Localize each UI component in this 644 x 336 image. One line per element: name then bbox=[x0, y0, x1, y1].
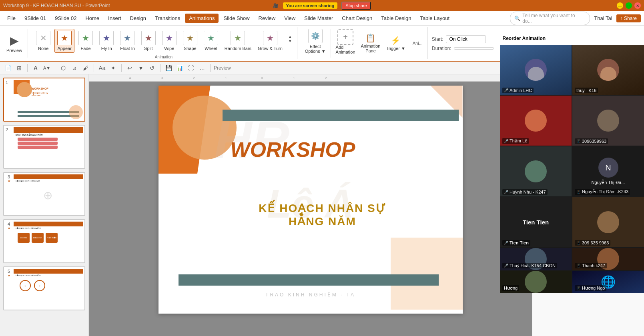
animation-pane-button[interactable]: 📋 AnimationPane bbox=[359, 27, 383, 59]
duration-label: Duration: bbox=[432, 46, 451, 51]
slide-thumb-3[interactable]: 3 ★ KẾ HOẠCH CHI PHÍ HÀNG NĂM ⊕ bbox=[3, 172, 85, 216]
slide-thumb-4[interactable]: 4 ★ KẾ HOẠCH CHI PHÍ TIỀN LƯƠNG DUY TRÌ … bbox=[3, 219, 85, 263]
split-label: Split bbox=[144, 46, 152, 51]
anim-split-button[interactable]: ★ Split bbox=[139, 29, 158, 52]
arrange-button[interactable]: ⊿ bbox=[70, 63, 79, 73]
ribbon-separator-2 bbox=[300, 29, 300, 58]
present-button[interactable]: 📊 bbox=[175, 63, 185, 73]
fade-icon: ★ bbox=[78, 31, 93, 45]
participant-label-6: Nguyễn Thị Đà... bbox=[590, 180, 627, 185]
menu-transitions[interactable]: Transitions bbox=[151, 14, 184, 23]
slide-canvas[interactable]: Lê Á HR WORKSHOP KẾ HOẠCH NHÂN SỰ HẰNG N… bbox=[158, 86, 463, 314]
more-animations-button[interactable]: ▲ ▼ ⋯ bbox=[287, 34, 294, 47]
video-grid: 🎤 Admin LHC thuy - K16 🎤 Thầm Lê 📱 30963… bbox=[500, 45, 644, 293]
search-box[interactable]: 🔍 Tell me what you want to do... bbox=[510, 12, 590, 25]
menu-9slide02[interactable]: 9Slide 02 bbox=[51, 14, 80, 23]
window-controls[interactable]: — □ ✕ bbox=[617, 2, 641, 9]
slide-layout-button[interactable]: ⊞ bbox=[14, 63, 24, 73]
split-icon: ★ bbox=[141, 31, 156, 45]
tientien-name: Tien Tien bbox=[523, 219, 549, 226]
stop-share-button[interactable]: Stop share bbox=[341, 2, 371, 10]
preview-label: Preview bbox=[6, 48, 22, 53]
more-label: ⋯ bbox=[288, 43, 292, 47]
add-animation-button[interactable]: + AddAnimation bbox=[333, 27, 358, 59]
menu-9slide01[interactable]: 9Slide 01 bbox=[20, 14, 50, 23]
participant-label-1: Admin LHC bbox=[510, 88, 532, 93]
anim-growturn-button[interactable]: ★ Grow & Turn bbox=[255, 29, 285, 52]
slide-preview-5: KẾ HOẠCH CHI PHÍ TIỀN LƯƠNG ⭮ ⭮ bbox=[14, 269, 83, 308]
advanced-anim-label: Ani... bbox=[413, 41, 423, 46]
preview-button[interactable]: ▶ Preview bbox=[3, 27, 25, 59]
menu-home[interactable]: Home bbox=[81, 14, 103, 23]
anim-fade-button[interactable]: ★ Fade bbox=[76, 29, 95, 52]
video-cell-7: Tien Tien 🎤 Tien Tien bbox=[500, 197, 572, 247]
menu-insert[interactable]: Insert bbox=[104, 14, 125, 23]
save-button[interactable]: 💾 bbox=[164, 63, 173, 73]
slide-number-1: 1 bbox=[6, 80, 12, 85]
anim-floatin-button[interactable]: ★ Float In bbox=[118, 29, 137, 52]
duration-value[interactable] bbox=[454, 47, 494, 50]
anim-wipe-button[interactable]: ★ Wipe bbox=[160, 29, 179, 52]
menu-animations[interactable]: Animations bbox=[185, 14, 219, 23]
mic-icon-8: 📱 bbox=[576, 241, 581, 245]
user-name: Thai Tai bbox=[594, 15, 612, 21]
anim-randombars-button[interactable]: ★ Random Bars bbox=[222, 29, 254, 52]
undo-button[interactable]: ↩ bbox=[125, 63, 134, 73]
font-size-button[interactable]: A▼ bbox=[42, 63, 52, 73]
more-button[interactable]: … bbox=[197, 63, 207, 73]
menu-chartdesign[interactable]: Chart Design bbox=[338, 14, 376, 23]
menu-tabledesign[interactable]: Table Design bbox=[377, 14, 415, 23]
animation-pane-icon: 📋 bbox=[365, 33, 375, 43]
anim-shape-button[interactable]: ★ Shape bbox=[181, 29, 200, 52]
format-button[interactable]: Aa bbox=[97, 63, 107, 73]
slide-thumb-5[interactable]: 5 ★ KẾ HOẠCH CHI PHÍ TIỀN LƯƠNG ⭮ ⭮ bbox=[3, 266, 85, 310]
anim-flyin-button[interactable]: ★ Fly In bbox=[97, 29, 116, 52]
video-cell-10: 📱 Thanh k247 bbox=[572, 248, 644, 270]
share-button[interactable]: ↑ Share bbox=[616, 14, 641, 22]
slide-number-5-area: 5 ★ bbox=[6, 269, 12, 277]
minimize-button[interactable]: — bbox=[617, 2, 623, 9]
start-row: Start: On Click bbox=[432, 35, 494, 43]
menu-slidemaster[interactable]: Slide Master bbox=[300, 14, 337, 23]
font-button[interactable]: A bbox=[31, 63, 40, 73]
search-icon: 🔍 bbox=[514, 16, 520, 21]
canvas-area[interactable]: 4 3 2 1 0 1 2 Lê Á HR bbox=[89, 74, 532, 336]
trigger-button[interactable]: ⚡ Trigger ▼ bbox=[383, 27, 407, 59]
start-label: Start: bbox=[432, 36, 443, 42]
start-value[interactable]: On Click bbox=[446, 35, 486, 43]
paint-button[interactable]: 🖌 bbox=[81, 63, 90, 73]
anim-appear-button[interactable]: ★ Appear bbox=[54, 29, 74, 53]
menu-tablelayout[interactable]: Table Layout bbox=[416, 14, 453, 23]
trigger-label: Trigger ▼ bbox=[386, 46, 405, 51]
participant-name-1: 🎤 Admin LHC bbox=[502, 88, 534, 93]
menu-review[interactable]: Review bbox=[255, 14, 280, 23]
close-button[interactable]: ✕ bbox=[634, 2, 641, 9]
restore-button[interactable]: □ bbox=[626, 2, 632, 9]
effect-options-button[interactable]: ⚙️ EffectOptions ▼ bbox=[303, 27, 328, 59]
wipe-label: Wipe bbox=[164, 46, 174, 51]
anim-none-button[interactable]: ✕ None bbox=[34, 29, 53, 52]
animation-group-label: Animation bbox=[155, 55, 173, 59]
shapes-button[interactable]: ⬡ bbox=[58, 63, 68, 73]
advanced-anim-button[interactable]: Ani... bbox=[409, 27, 427, 59]
avatar-3 bbox=[525, 110, 547, 132]
menu-view[interactable]: View bbox=[280, 14, 299, 23]
slide-thumb-1[interactable]: 1 WORKSHOP KẾ HOẠCH NHÂN SỰ HẰNG NĂM bbox=[3, 78, 85, 122]
fullscreen-button[interactable]: ⛶ bbox=[186, 63, 196, 73]
slide-bottom-bar bbox=[179, 274, 439, 286]
participant-label-5: Huỳnh Nhu - K247 bbox=[510, 190, 546, 194]
mic-icon-6: 📱 bbox=[576, 190, 581, 194]
menu-file[interactable]: File bbox=[3, 14, 20, 23]
avatar-5 bbox=[525, 160, 547, 182]
redo-button[interactable]: ↺ bbox=[147, 63, 157, 73]
undo-arrow[interactable]: ▼ bbox=[136, 63, 146, 73]
menu-design[interactable]: Design bbox=[126, 14, 150, 23]
toolbar-sep-5 bbox=[160, 64, 160, 72]
new-slide-button[interactable]: 📄 bbox=[3, 63, 13, 73]
video-cell-6: N Nguyễn Thị Đà... 📱 Nguyễn Thị Đàm -K24… bbox=[572, 146, 644, 196]
slide-thumb-2[interactable]: 2 DANH MỤC KẾ HOẠCH NĂM bbox=[3, 125, 85, 169]
shape-icon: ★ bbox=[183, 31, 197, 45]
effects-button[interactable]: ✦ bbox=[108, 63, 118, 73]
anim-wheel-button[interactable]: ★ Wheel bbox=[201, 29, 221, 52]
menu-slideshow[interactable]: Slide Show bbox=[219, 14, 253, 23]
